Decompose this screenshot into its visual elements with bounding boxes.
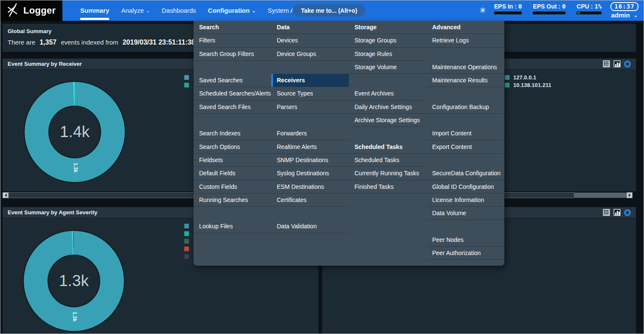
menu-header-data: Data bbox=[271, 21, 349, 34]
take-me-to-button[interactable]: Take me to... (Alt+o) bbox=[292, 4, 366, 17]
legend-item[interactable] bbox=[184, 231, 189, 236]
cpu-activity-tick bbox=[577, 12, 580, 14]
legend-item[interactable] bbox=[184, 224, 189, 228]
menu-item-search-options[interactable]: Search Options bbox=[194, 140, 271, 154]
menu-item-export-content[interactable]: Export Content bbox=[427, 140, 504, 154]
legend-item[interactable] bbox=[184, 254, 189, 259]
menu-item-scheduled-tasks[interactable]: Scheduled Tasks bbox=[349, 154, 427, 167]
receiver-panel-title: Event Summary by Receiver bbox=[8, 61, 82, 67]
menu-item-maintenance-operations[interactable]: Maintenance Operations bbox=[427, 61, 504, 74]
menu-spacer bbox=[194, 114, 271, 127]
menu-item-import-content[interactable]: Import Content bbox=[427, 127, 504, 140]
menu-item-filters[interactable]: Filters bbox=[194, 34, 271, 47]
user-menu[interactable]: admin ⌄ bbox=[611, 11, 638, 19]
legend-item[interactable]: 127.0.0.1 bbox=[505, 75, 551, 80]
menu-item-certificates[interactable]: Certificates bbox=[271, 194, 349, 207]
scrollbar-track[interactable] bbox=[574, 193, 627, 198]
menu-item-fieldsets[interactable]: Fieldsets bbox=[194, 154, 271, 167]
menu-item-event-archives[interactable]: Event Archives bbox=[349, 87, 427, 100]
menu-item-syslog-destinations[interactable]: Syslog Destinations bbox=[271, 167, 349, 180]
stat-eps-in: EPS In :0 bbox=[494, 3, 522, 14]
menu-item-maintenance-results[interactable]: Maintenance Results bbox=[427, 74, 504, 87]
menu-item-daily-archive-settings[interactable]: Daily Archive Settings bbox=[349, 101, 427, 114]
legend-swatch bbox=[505, 83, 509, 87]
menu-item-device-groups[interactable]: Device Groups bbox=[271, 48, 349, 61]
scroll-right-button[interactable] bbox=[627, 192, 633, 198]
menu-item-peer-authorization[interactable]: Peer Authorization bbox=[427, 247, 504, 260]
menu-item-global-id-configuration[interactable]: Global ID Configuration bbox=[427, 180, 504, 194]
arcsight-logo-icon bbox=[6, 2, 19, 20]
menu-spacer bbox=[271, 233, 349, 247]
menu-item-saved-search-files[interactable]: Saved Search Files bbox=[194, 101, 271, 114]
table-icon[interactable] bbox=[603, 209, 610, 216]
stat-label: EPS In :0 bbox=[494, 3, 522, 10]
legend-swatch bbox=[184, 231, 189, 236]
options-icon[interactable]: ✳ bbox=[479, 6, 486, 15]
menu-item-forwarders[interactable]: Forwarders bbox=[271, 127, 349, 140]
legend-item[interactable] bbox=[184, 83, 189, 87]
legend-item[interactable] bbox=[184, 75, 189, 80]
menu-item-receivers[interactable]: Receivers bbox=[271, 74, 349, 87]
menu-item-scheduled-searches-alerts[interactable]: Scheduled Searches/Alerts bbox=[194, 87, 271, 100]
legend-item[interactable] bbox=[184, 239, 189, 244]
menu-item-license-information[interactable]: License Information bbox=[427, 194, 504, 207]
menu-item-data-validation[interactable]: Data Validation bbox=[271, 220, 349, 233]
menu-item-configuration-backup[interactable]: Configuration Backup bbox=[427, 101, 504, 114]
menu-item-parsers[interactable]: Parsers bbox=[271, 101, 349, 114]
menu-item-data-volume[interactable]: Data Volume bbox=[427, 207, 504, 220]
stat-value: 1% bbox=[593, 3, 602, 10]
menu-header-search: Search bbox=[194, 21, 271, 34]
legend-swatch bbox=[184, 239, 189, 244]
menu-item-realtime-alerts[interactable]: Realtime Alerts bbox=[271, 140, 349, 154]
menu-item-archive-storage-settings[interactable]: Archive Storage Settings bbox=[349, 114, 427, 127]
menu-item-storage-groups[interactable]: Storage Groups bbox=[349, 34, 427, 47]
stat-sparkline bbox=[533, 11, 565, 14]
nav-item-configuration[interactable]: Configuration⌄ bbox=[208, 0, 256, 21]
menu-item-search-group-filters[interactable]: Search Group Filters bbox=[194, 48, 271, 61]
donut-chart-icon[interactable] bbox=[624, 209, 631, 216]
stat-sparkline bbox=[577, 11, 602, 14]
menu-item-peer-nodes[interactable]: Peer Nodes bbox=[427, 233, 504, 247]
main-nav: SummaryAnalyze⌄DashboardsConfiguration⌄S… bbox=[80, 0, 308, 21]
menu-item-storage-volume[interactable]: Storage Volume bbox=[349, 61, 427, 74]
gs-middle: events indexed from bbox=[61, 39, 118, 46]
menu-item-snmp-destinations[interactable]: SNMP Destinations bbox=[271, 154, 349, 167]
gs-prefix: There are bbox=[8, 39, 35, 46]
bar-chart-icon[interactable] bbox=[613, 209, 621, 216]
menu-item-running-searches[interactable]: Running Searches bbox=[194, 194, 271, 207]
menu-item-source-types[interactable]: Source Types bbox=[271, 87, 349, 100]
donut-chart-icon[interactable] bbox=[624, 61, 631, 67]
nav-item-summary[interactable]: Summary bbox=[80, 0, 109, 21]
menu-item-devices[interactable]: Devices bbox=[271, 34, 349, 47]
nav-item-analyze[interactable]: Analyze⌄ bbox=[121, 0, 150, 21]
menu-item-securedata-configuration[interactable]: SecureData Configuration bbox=[427, 167, 504, 180]
legend-swatch bbox=[184, 224, 189, 228]
eps-stats: EPS In :0EPS Out :0CPU :1% bbox=[494, 3, 602, 14]
menu-item-finished-tasks[interactable]: Finished Tasks bbox=[349, 180, 427, 194]
legend-item[interactable] bbox=[184, 247, 189, 251]
legend-item[interactable]: 10.138.101.211 bbox=[505, 83, 551, 87]
bar-chart-icon[interactable] bbox=[613, 60, 621, 67]
menu-spacer bbox=[271, 247, 349, 260]
menu-spacer bbox=[349, 247, 427, 260]
menu-spacer bbox=[194, 207, 271, 220]
menu-item-custom-fields[interactable]: Custom Fields bbox=[194, 180, 271, 194]
legend-swatch bbox=[184, 247, 189, 251]
table-icon[interactable] bbox=[603, 60, 610, 67]
menu-header-advanced: Advanced bbox=[427, 21, 504, 34]
menu-item-search-indexes[interactable]: Search Indexes bbox=[194, 127, 271, 140]
menu-item-default-fields[interactable]: Default Fields bbox=[194, 167, 271, 180]
menu-item-esm-destinations[interactable]: ESM Destinations bbox=[271, 180, 349, 194]
logger-logo[interactable]: Logger bbox=[0, 0, 62, 21]
receiver-legend bbox=[184, 75, 189, 87]
menu-item-storage-rules[interactable]: Storage Rules bbox=[349, 48, 427, 61]
menu-spacer bbox=[194, 247, 271, 260]
scroll-left-button[interactable] bbox=[3, 192, 8, 198]
nav-item-dashboards[interactable]: Dashboards bbox=[162, 0, 196, 21]
right-arrow-icon bbox=[629, 194, 631, 197]
menu-column-0: SearchFiltersSearch Group FiltersSaved S… bbox=[194, 21, 271, 266]
menu-item-saved-searches[interactable]: Saved Searches bbox=[194, 74, 271, 87]
menu-item-lookup-files[interactable]: Lookup Files bbox=[194, 220, 271, 233]
menu-item-currently-running-tasks[interactable]: Currently Running Tasks bbox=[349, 167, 427, 180]
menu-item-retrieve-logs[interactable]: Retrieve Logs bbox=[427, 34, 504, 47]
